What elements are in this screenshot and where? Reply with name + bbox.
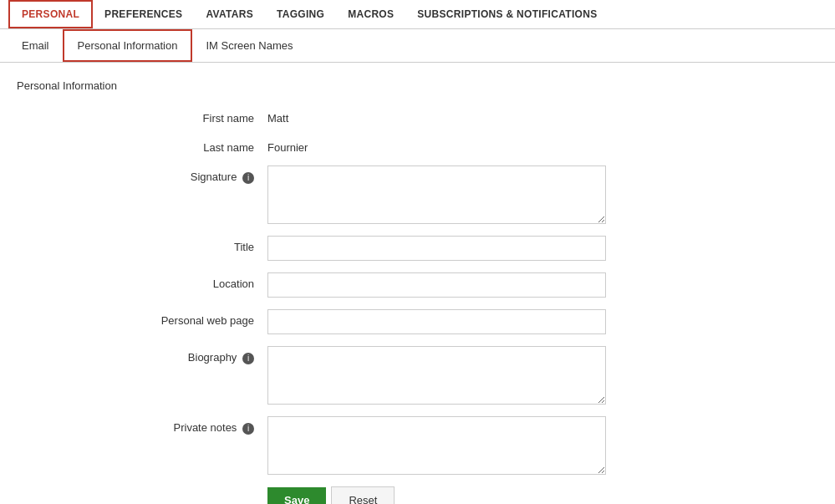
sub-tabs: Email Personal Information IM Screen Nam…	[0, 29, 835, 63]
label-last-name: Last name	[17, 136, 267, 154]
biography-textarea[interactable]	[267, 346, 606, 405]
private-notes-textarea[interactable]	[267, 416, 606, 475]
biography-info-icon: i	[242, 353, 254, 364]
reset-button[interactable]: Reset	[331, 486, 395, 504]
tab-personal[interactable]: PERSONAL	[8, 0, 93, 28]
location-input[interactable]	[267, 272, 606, 298]
personal-web-page-input[interactable]	[267, 309, 606, 334]
value-last-name: Fournier	[267, 136, 308, 154]
label-location: Location	[17, 272, 267, 290]
tab-subscriptions[interactable]: SUBSCRIPTIONS & NOTIFICATIONS	[405, 2, 608, 27]
form-row-signature: Signature i	[17, 165, 818, 224]
value-first-name: Matt	[267, 107, 288, 125]
label-biography: Biography i	[17, 346, 267, 364]
signature-textarea[interactable]	[267, 165, 606, 224]
tab-avatars[interactable]: AVATARS	[194, 2, 265, 27]
form-row-location: Location	[17, 272, 818, 298]
form-row-title: Title	[17, 236, 818, 261]
subtab-personal-info[interactable]: Personal Information	[63, 29, 193, 62]
label-personal-web-page: Personal web page	[17, 309, 267, 327]
tab-preferences[interactable]: PREFERENCES	[93, 2, 194, 27]
subtab-email[interactable]: Email	[8, 31, 63, 60]
form-row-private-notes: Private notes i	[17, 416, 818, 475]
page-content: Personal Information First name Matt Las…	[0, 63, 835, 504]
form-row-last-name: Last name Fournier	[17, 136, 818, 154]
button-row: Save Reset	[267, 486, 818, 504]
form-row-biography: Biography i	[17, 346, 818, 405]
label-private-notes: Private notes i	[17, 416, 267, 435]
label-title: Title	[17, 236, 267, 253]
label-first-name: First name	[17, 107, 267, 125]
label-signature: Signature i	[17, 165, 267, 184]
top-tabs: PERSONAL PREFERENCES AVATARS TAGGING MAC…	[0, 0, 835, 29]
tab-tagging[interactable]: TAGGING	[265, 2, 336, 27]
save-button[interactable]: Save	[267, 487, 326, 504]
signature-info-icon: i	[242, 172, 254, 184]
tab-macros[interactable]: MACROS	[336, 2, 405, 27]
form-row-personal-web-page: Personal web page	[17, 309, 818, 334]
subtab-im-screen-names[interactable]: IM Screen Names	[192, 31, 306, 60]
form-row-first-name: First name Matt	[17, 107, 818, 125]
title-input[interactable]	[267, 236, 606, 261]
private-notes-info-icon: i	[242, 423, 254, 435]
section-title: Personal Information	[17, 79, 818, 92]
